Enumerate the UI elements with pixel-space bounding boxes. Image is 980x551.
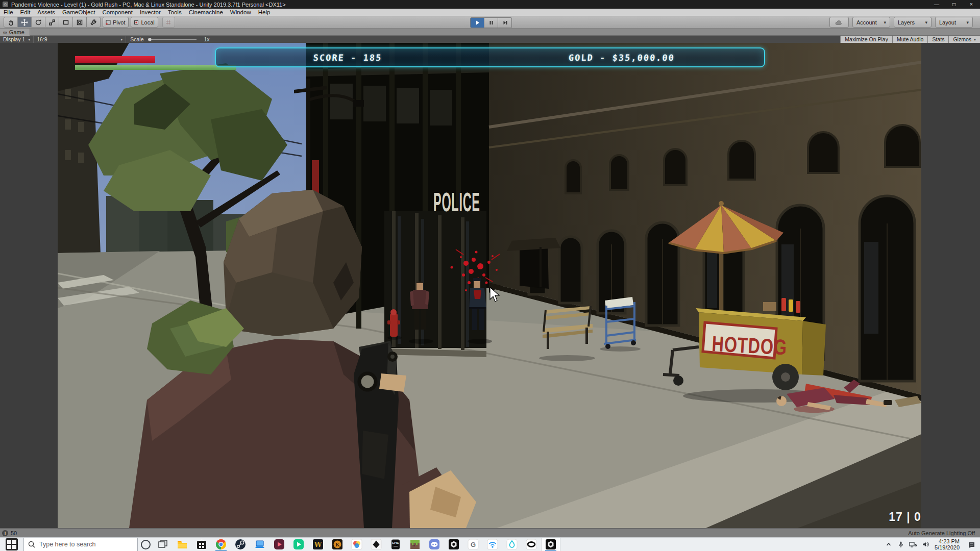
aspect-ratio-dropdown[interactable]: 16:9 ▾ [34,36,126,43]
unity-editor-icon[interactable] [541,538,560,551]
file-explorer-icon[interactable] [173,538,192,551]
minecraft-icon[interactable] [405,538,425,551]
task-view-icon[interactable] [153,538,173,551]
play-button[interactable] [470,17,484,28]
tray-clock[interactable]: 4:23 PM 5/19/2020 [935,538,960,550]
menu-bar: File Edit Assets GameObject Component In… [0,9,980,16]
epic-games-icon[interactable]: EPIC [386,538,405,551]
menu-tools[interactable]: Tools [164,9,185,16]
wifi-tool-icon[interactable] [483,538,502,551]
rotate-tool-icon[interactable] [32,17,45,28]
pc-device-icon[interactable] [250,538,270,551]
world-of-warcraft-icon[interactable]: W [308,538,328,551]
menu-help[interactable]: Help [255,9,274,16]
scale-slider[interactable] [148,39,197,40]
search-input[interactable] [38,540,127,548]
grid-snap-icon[interactable] [162,17,175,28]
chevron-down-icon: ▾ [28,37,30,42]
cloud-button[interactable] [829,17,849,28]
maximize-button[interactable]: □ [945,0,963,9]
color-wheel-icon[interactable] [347,538,366,551]
status-bar: ! 50 Auto Generate Lighting Off [0,528,980,537]
chrome-icon[interactable] [211,538,231,551]
rect-tool-icon[interactable] [59,17,73,28]
svg-text:EPIC: EPIC [393,541,399,544]
display-label: Display 1 [3,36,25,42]
minimize-button[interactable]: — [928,0,945,9]
transform-tool-icon[interactable] [73,17,87,28]
game-tab-icon: ∞ [3,30,7,35]
aspect-label: 16:9 [37,36,47,42]
custom-tool-icon[interactable] [87,17,101,28]
unity-hub-icon[interactable] [444,538,463,551]
game-viewport[interactable]: POLICE [58,43,921,528]
window-titlebar: ◇ Pandemic Violence - Level (1) - Gold R… [0,0,980,9]
console-count[interactable]: 50 [11,530,17,536]
gizmos-dropdown[interactable]: Gizmos▾ [948,36,980,43]
menu-assets[interactable]: Assets [34,9,59,16]
stats-button[interactable]: Stats [927,36,948,43]
tray-volume-icon[interactable] [919,538,932,551]
screen: ◇ Pandemic Violence - Level (1) - Gold R… [0,0,980,551]
unity-app-icon: ◇ [3,2,8,7]
close-button[interactable]: × [963,0,980,9]
menu-cinemachine[interactable]: Cinemachine [185,9,227,16]
scale-tool-icon[interactable] [45,17,59,28]
taskbar-search[interactable] [23,538,138,551]
account-dropdown[interactable]: Account▾ [852,17,890,28]
cortana-button[interactable] [138,538,153,551]
notification-center-icon[interactable] [963,538,980,551]
teal-drop-icon[interactable] [502,538,522,551]
menu-file[interactable]: File [0,9,17,16]
tray-network-icon[interactable] [907,538,919,551]
menu-invector[interactable]: Invector [136,9,164,16]
oculus-icon[interactable] [522,538,541,551]
viewport-area: POLICE [0,43,980,528]
menu-window[interactable]: Window [227,9,255,16]
console-warning-icon[interactable]: ! [2,530,8,536]
windows-logo-icon [6,538,18,550]
system-tray: 4:23 PM 5/19/2020 [883,538,980,551]
microsoft-store-icon[interactable] [192,538,211,551]
taskbar: WKEPICG 4:23 PM 5/19/2020 [0,537,980,551]
display-dropdown[interactable]: Display 1 ▾ [0,36,34,43]
window-title: Pandemic Violence - Level (1) - Gold Rus… [11,2,286,8]
layout-label: Layout [939,19,956,26]
menu-component[interactable]: Component [99,9,136,16]
search-icon [28,541,35,548]
maximize-on-play-button[interactable]: Maximize On Play [840,36,892,43]
filmora-green-icon[interactable] [289,538,308,551]
gameloop-icon[interactable]: G [463,538,483,551]
local-toggle[interactable]: Local [131,17,158,28]
start-button[interactable] [0,538,23,551]
wow-classic-icon[interactable]: K [328,538,347,551]
svg-text:W: W [314,541,322,548]
pivot-toggle[interactable]: Pivot [103,17,129,28]
tray-chevron-up-icon[interactable] [883,538,895,551]
enemy-health-bar [75,56,155,63]
menu-gameobject[interactable]: GameObject [59,9,99,16]
steam-icon[interactable] [231,538,250,551]
layers-dropdown[interactable]: Layers▾ [894,17,932,28]
tray-microphone-icon[interactable] [895,538,907,551]
scale-slider-knob[interactable] [148,37,152,42]
mute-audio-button[interactable]: Mute Audio [892,36,928,43]
chevron-down-icon: ▾ [120,37,122,42]
svg-text:G: G [471,541,476,548]
move-tool-icon[interactable] [18,17,32,28]
inkscape-icon[interactable] [366,538,386,551]
step-button[interactable] [498,17,512,28]
filmora-icon[interactable] [270,538,289,551]
pivot-icon [105,19,111,26]
layout-dropdown[interactable]: Layout▾ [935,17,973,28]
pause-button[interactable] [484,17,498,28]
hand-tool-icon[interactable] [4,17,18,28]
score-text: SCORE - 185 [313,53,382,63]
menu-edit[interactable]: Edit [17,9,34,16]
tab-game[interactable]: ∞ Game [0,29,30,36]
game-view-toolbar: Display 1 ▾ 16:9 ▾ Scale 1x Maximize On … [0,36,980,43]
local-icon [133,19,139,26]
hotdog-sign: HOTDOG [703,322,788,360]
ammo-counter: 17 | 0 [869,510,921,524]
discord-icon[interactable] [425,538,444,551]
